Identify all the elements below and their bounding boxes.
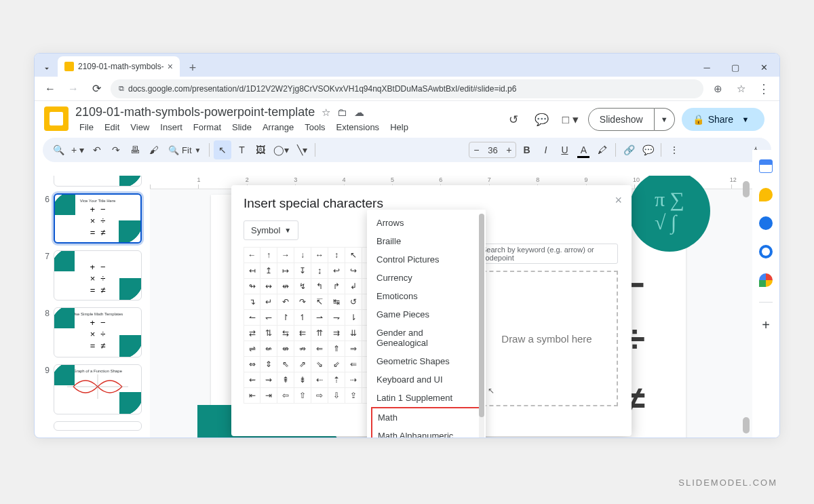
char-cell[interactable]: ↱ xyxy=(328,279,345,294)
vertical-scrollbar-bottom[interactable] xyxy=(743,417,750,433)
char-cell[interactable]: ↷ xyxy=(294,294,311,310)
maps-icon[interactable] xyxy=(759,273,773,287)
dropdown-item-braille[interactable]: Braille xyxy=(367,232,486,250)
minimize-button[interactable]: ─ xyxy=(695,58,718,77)
menu-help[interactable]: Help xyxy=(386,121,412,134)
close-icon[interactable]: × xyxy=(168,61,173,72)
char-cell[interactable]: ⇚ xyxy=(345,357,362,372)
slides-logo[interactable] xyxy=(44,106,69,131)
char-cell[interactable]: ↩ xyxy=(328,263,345,279)
char-cell[interactable]: ⇊ xyxy=(345,326,362,341)
bookmark-icon[interactable]: ☆ xyxy=(732,80,750,98)
char-cell[interactable]: ⇉ xyxy=(328,326,345,341)
draw-symbol-box[interactable]: Draw a symbol here xyxy=(476,271,618,406)
underline-button[interactable]: U xyxy=(556,140,573,159)
reload-button[interactable]: ⟳ xyxy=(88,80,105,98)
highlight-color-button[interactable]: 🖍 xyxy=(594,140,611,159)
menu-slide[interactable]: Slide xyxy=(228,121,256,134)
char-cell[interactable]: ⇄ xyxy=(244,326,260,341)
close-window-button[interactable]: ✕ xyxy=(752,58,775,77)
char-cell[interactable]: ↸ xyxy=(311,294,328,310)
back-button[interactable]: ← xyxy=(41,80,59,98)
char-cell[interactable]: ⇕ xyxy=(260,357,277,372)
slide-thumb-9[interactable]: Graph of a Function Shape xyxy=(54,364,142,414)
slide-thumb-6[interactable]: Vice Your Title Here +− ×÷ =≠ xyxy=(54,193,142,244)
slide-thumb-next[interactable] xyxy=(54,421,142,431)
char-cell[interactable]: ⇩ xyxy=(328,388,345,404)
char-cell[interactable]: ⇡ xyxy=(328,372,345,388)
dropdown-item-control-pictures[interactable]: Control Pictures xyxy=(367,250,486,269)
char-cell[interactable]: ↿ xyxy=(294,310,311,326)
char-cell[interactable]: ⇇ xyxy=(294,326,311,341)
text-color-button[interactable]: A xyxy=(575,140,592,159)
slide-canvas[interactable]: 12 345 678 91011 12 π ∑√ ∫ − ÷ ≠ Insert … xyxy=(150,176,779,438)
char-cell[interactable]: ⇠ xyxy=(311,372,328,388)
category-dropdown-button[interactable]: Symbol ▼ xyxy=(244,220,298,240)
char-cell[interactable]: ⇨ xyxy=(311,388,328,404)
char-cell[interactable]: ⇔ xyxy=(244,357,260,372)
insert-link-button[interactable]: 🔗 xyxy=(620,140,638,159)
char-cell[interactable]: ⇑ xyxy=(328,341,345,357)
char-cell[interactable]: ↔ xyxy=(311,248,328,263)
italic-button[interactable]: I xyxy=(537,140,554,159)
char-cell[interactable]: ⇐ xyxy=(311,341,328,357)
char-cell[interactable]: ⇞ xyxy=(277,372,294,388)
menu-edit[interactable]: Edit xyxy=(100,121,123,134)
dropdown-item-math[interactable]: Math xyxy=(372,408,480,427)
char-cell[interactable]: ↖ xyxy=(345,248,362,263)
char-cell[interactable]: ⇂ xyxy=(345,310,362,326)
char-cell[interactable]: ↭ xyxy=(260,279,277,294)
menu-insert[interactable]: Insert xyxy=(156,121,187,134)
char-cell[interactable]: ⇢ xyxy=(345,372,362,388)
char-cell[interactable]: ↯ xyxy=(294,279,311,294)
vertical-scrollbar[interactable] xyxy=(743,181,750,197)
menu-extensions[interactable]: Extensions xyxy=(332,121,384,134)
zoom-control[interactable]: 🔍Fit▼ xyxy=(164,145,205,155)
char-cell[interactable]: ↰ xyxy=(311,279,328,294)
dropdown-item-latin1[interactable]: Latin 1 Supplement xyxy=(367,389,486,407)
maximize-button[interactable]: ▢ xyxy=(724,58,747,77)
textbox-tool[interactable]: T xyxy=(233,140,250,159)
url-field[interactable]: ⧉ docs.google.com/presentation/d/1D12V2W… xyxy=(111,79,703,98)
char-cell[interactable]: ↼ xyxy=(244,310,260,326)
char-cell[interactable]: ↵ xyxy=(260,294,277,310)
char-cell[interactable]: ⇍ xyxy=(260,341,277,357)
move-icon[interactable]: 🗀 xyxy=(337,106,347,118)
line-tool[interactable]: ╲▾ xyxy=(293,140,311,159)
dropdown-item-arrows[interactable]: Arrows xyxy=(367,214,486,232)
dropdown-item-keyboard-ui[interactable]: Keyboard and UI xyxy=(367,370,486,389)
char-cell[interactable]: ⇗ xyxy=(294,357,311,372)
char-cell[interactable]: ↕ xyxy=(328,248,345,263)
insert-comment-button[interactable]: 💬 xyxy=(639,140,657,159)
filmstrip[interactable]: 6 Vice Your Title Here +− ×÷ =≠ 7 +− ×÷ … xyxy=(35,176,150,438)
char-cell[interactable]: ↽ xyxy=(260,310,277,326)
char-cell[interactable]: ↨ xyxy=(311,263,328,279)
more-tools-button[interactable]: ⋮ xyxy=(665,140,683,159)
char-cell[interactable]: ↺ xyxy=(345,294,362,310)
cloud-status-icon[interactable]: ☁ xyxy=(354,106,364,119)
new-slide-button[interactable]: + ▾ xyxy=(69,140,87,159)
site-info-icon[interactable]: ⧉ xyxy=(119,84,124,93)
version-history-icon[interactable]: ↺ xyxy=(503,109,524,130)
doc-title[interactable]: 2109-01-math-symbols-powerpoint-template xyxy=(75,105,315,119)
char-cell[interactable]: ↮ xyxy=(277,279,294,294)
keep-icon[interactable] xyxy=(759,188,773,201)
comments-icon[interactable]: 💬 xyxy=(531,109,553,130)
char-cell[interactable]: ⇦ xyxy=(277,388,294,404)
char-cell[interactable]: ↑ xyxy=(260,248,277,263)
char-cell[interactable]: ↪ xyxy=(345,263,362,279)
char-cell[interactable]: ↲ xyxy=(345,279,362,294)
dropdown-item-geometric-shapes[interactable]: Geometric Shapes xyxy=(367,352,486,370)
zoom-indicator-icon[interactable]: ⊕ xyxy=(709,80,726,98)
char-cell[interactable]: ⇀ xyxy=(311,310,328,326)
char-cell[interactable]: ↬ xyxy=(244,279,260,294)
slideshow-button[interactable]: Slideshow xyxy=(588,108,655,131)
dropdown-item-game-pieces[interactable]: Game Pieces xyxy=(367,305,486,324)
char-cell[interactable]: ⇝ xyxy=(260,372,277,388)
undo-button[interactable]: ↶ xyxy=(88,140,106,159)
redo-button[interactable]: ↷ xyxy=(107,140,125,159)
char-cell[interactable]: ⇥ xyxy=(260,388,277,404)
char-cell[interactable]: ⇏ xyxy=(294,341,311,357)
slide-thumb-8[interactable]: Use Simple Math Templates +− ×÷ =≠ xyxy=(54,307,142,357)
search-input[interactable]: Search by keyword (e.g. arrow) or codepo… xyxy=(476,244,618,264)
